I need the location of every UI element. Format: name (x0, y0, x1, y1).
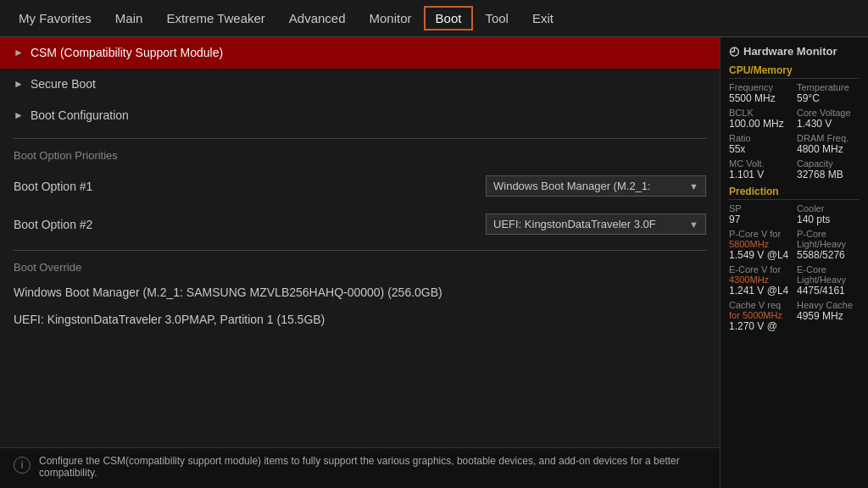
ratio-cell: Ratio 55x (729, 133, 792, 155)
dropdown-arrow-1: ▼ (689, 181, 698, 191)
divider-1 (14, 138, 706, 139)
cooler-cell: Cooler 140 pts (797, 203, 860, 225)
boot-option-2-select[interactable]: UEFI: KingstonDataTraveler 3.0F ▼ (486, 214, 706, 235)
nav-advanced[interactable]: Advanced (277, 6, 358, 30)
prediction-grid-pcore: P-Core V for 5800MHz 1.549 V @L4 P-Core … (729, 229, 860, 261)
menu-item-secure-boot-label: Secure Boot (31, 77, 96, 91)
boot-override-item-2[interactable]: UEFI: KingstonDataTraveler 3.0PMAP, Part… (0, 306, 720, 333)
p-core-lh-cell: P-Core Light/Heavy 5588/5276 (797, 229, 860, 261)
prediction-grid-top: SP 97 Cooler 140 pts (729, 203, 860, 225)
boot-option-2-value: UEFI: KingstonDataTraveler 3.0F (493, 218, 656, 230)
boot-override-item-1[interactable]: Windows Boot Manager (M.2_1: SAMSUNG MZV… (0, 279, 720, 306)
hardware-monitor-panel: ◴ Hardware Monitor CPU/Memory Frequency … (720, 37, 868, 488)
boot-option-1-select[interactable]: Windows Boot Manager (M.2_1: ▼ (486, 175, 706, 197)
boot-options-section-label: Boot Option Priorities (0, 146, 720, 167)
core-voltage-cell: Core Voltage 1.430 V (797, 108, 860, 130)
nav-monitor[interactable]: Monitor (358, 6, 424, 30)
menu-item-boot-config[interactable]: ► Boot Configuration (0, 100, 720, 131)
arrow-icon-secure: ► (14, 78, 24, 90)
temperature-cell: Temperature 59°C (797, 82, 860, 104)
cpu-memory-grid: Frequency 5500 MHz Temperature 59°C BCLK… (729, 82, 860, 180)
nav-main[interactable]: Main (103, 6, 155, 30)
arrow-icon-boot-config: ► (14, 109, 24, 121)
boot-option-1-label: Boot Option #1 (14, 180, 486, 193)
nav-extreme-tweaker[interactable]: Extreme Tweaker (154, 6, 276, 30)
spacer (0, 333, 720, 447)
heavy-cache-cell: Heavy Cache 4959 MHz (797, 300, 860, 332)
p-core-v-cell: P-Core V for 5800MHz 1.549 V @L4 (729, 229, 792, 261)
dram-freq-cell: DRAM Freq. 4800 MHz (797, 133, 860, 155)
sp-cell: SP 97 (729, 203, 792, 225)
left-panel: ► CSM (Compatibility Support Module) ► S… (0, 37, 720, 488)
nav-tool[interactable]: Tool (473, 6, 520, 30)
status-text: Configure the CSM(compatibility support … (39, 455, 706, 479)
info-icon: i (14, 457, 31, 474)
status-bar: i Configure the CSM(compatibility suppor… (0, 447, 720, 488)
boot-option-2-row: Boot Option #2 UEFI: KingstonDataTravele… (0, 205, 720, 243)
cache-cell: Cache V req for 5000MHz 1.270 V @ (729, 300, 792, 332)
boot-option-1-value: Windows Boot Manager (M.2_1: (493, 180, 651, 192)
menu-item-csm[interactable]: ► CSM (Compatibility Support Module) (0, 37, 720, 69)
boot-option-1-row: Boot Option #1 Windows Boot Manager (M.2… (0, 167, 720, 205)
hardware-monitor-title: ◴ Hardware Monitor (729, 44, 860, 58)
cpu-memory-section: CPU/Memory (729, 64, 860, 79)
menu-item-secure-boot[interactable]: ► Secure Boot (0, 69, 720, 100)
divider-2 (14, 250, 706, 251)
monitor-icon: ◴ (729, 44, 739, 58)
nav-exit[interactable]: Exit (520, 6, 565, 30)
mc-volt-cell: MC Volt. 1.101 V (729, 158, 792, 180)
main-layout: ► CSM (Compatibility Support Module) ► S… (0, 37, 868, 488)
bclk-cell: BCLK 100.00 MHz (729, 108, 792, 130)
menu-item-csm-label: CSM (Compatibility Support Module) (31, 46, 223, 59)
prediction-grid-cache: Cache V req for 5000MHz 1.270 V @ Heavy … (729, 300, 860, 332)
menu-item-boot-config-label: Boot Configuration (31, 108, 129, 122)
e-core-lh-cell: E-Core Light/Heavy 4475/4161 (797, 264, 860, 297)
prediction-grid-ecore: E-Core V for 4300MHz 1.241 V @L4 E-Core … (729, 264, 860, 297)
frequency-label: Frequency 5500 MHz (729, 82, 792, 104)
boot-override-section-label: Boot Override (0, 258, 720, 279)
boot-option-2-label: Boot Option #2 (14, 218, 486, 231)
nav-boot[interactable]: Boot (424, 6, 474, 30)
capacity-cell: Capacity 32768 MB (797, 158, 860, 180)
e-core-v-cell: E-Core V for 4300MHz 1.241 V @L4 (729, 264, 792, 297)
prediction-section: Prediction (729, 186, 860, 200)
top-navigation: My Favorites Main Extreme Tweaker Advanc… (0, 0, 868, 37)
dropdown-arrow-2: ▼ (689, 219, 698, 230)
arrow-icon: ► (14, 47, 24, 58)
nav-my-favorites[interactable]: My Favorites (7, 6, 103, 30)
